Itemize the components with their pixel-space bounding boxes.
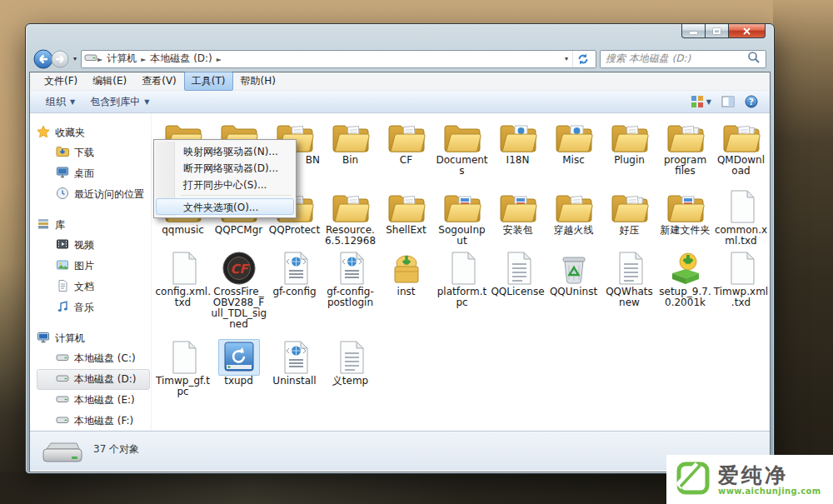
sidebar-group-2[interactable]: 计算机 (37, 329, 151, 348)
sidebar-item[interactable]: 最近访问的位置 (37, 184, 150, 205)
sidebar-group-1[interactable]: 库 (37, 216, 151, 235)
file-item[interactable]: inst (378, 250, 434, 297)
file-item[interactable]: gf-config- postlogin (322, 250, 378, 308)
sidebar-item[interactable]: 音乐 (37, 297, 150, 318)
sidebar-group-label: 收藏夹 (55, 126, 85, 140)
sidebar-group-0[interactable]: 收藏夹 (37, 123, 151, 142)
watermark-title: 爱纯净 (718, 464, 821, 487)
recent-pages-chevron-icon[interactable]: ▾ (72, 55, 77, 62)
file-item[interactable]: program files (657, 118, 713, 177)
sidebar-item[interactable]: 本地磁盘 (D:) (37, 369, 150, 390)
minimize-button[interactable] (681, 24, 706, 38)
help-button[interactable]: ? (745, 95, 758, 108)
file-label: Bin (342, 155, 358, 166)
downloads-icon (56, 145, 69, 161)
sidebar-item[interactable]: 本地磁盘 (C:) (37, 348, 150, 369)
menu-F[interactable]: 文件(F) (37, 72, 85, 91)
include-label: 包含到库中 (90, 95, 140, 109)
file-label: Uninstall (272, 376, 316, 387)
menu-V[interactable]: 查看(V) (134, 72, 184, 91)
file-item[interactable]: Document s (434, 118, 490, 177)
file-item[interactable]: QQUninst (546, 250, 601, 297)
file-label: QQWhats new (606, 287, 653, 308)
sidebar-item-label: 下载 (74, 146, 94, 160)
title-bar[interactable] (26, 24, 774, 46)
file-item[interactable]: 新建文件夹 (657, 188, 713, 236)
file-item[interactable]: platform.t pc (434, 250, 490, 308)
refresh-button[interactable] (572, 51, 593, 67)
page-lines-icon (497, 250, 539, 287)
breadcrumb: ►计算机►本地磁盘 (D:)► (97, 52, 222, 66)
file-item[interactable]: CF (378, 118, 434, 166)
file-item[interactable]: QQWhats new (601, 250, 657, 308)
sidebar-item[interactable]: 图片 (37, 256, 150, 277)
breadcrumb-segment[interactable]: 计算机 (102, 52, 141, 64)
tools-menu-item[interactable]: 文件夹选项(O)... (156, 198, 294, 215)
folder-sheets-icon (721, 118, 762, 155)
sidebar-item[interactable]: 本地磁盘 (F:) (37, 411, 150, 432)
preview-pane-button[interactable] (721, 95, 735, 108)
menu-H[interactable]: 帮助(H) (233, 72, 283, 91)
change-view-icon (691, 95, 704, 108)
search-placeholder: 搜索 本地磁盘 (D:) (606, 52, 747, 66)
page-blank-icon (721, 250, 762, 287)
forward-button[interactable] (51, 50, 69, 68)
sidebar-item-label: 本地磁盘 (E:) (74, 393, 135, 407)
file-item[interactable]: Resource. 6.5.12968 (322, 188, 378, 247)
sidebar-item[interactable]: 视频 (37, 235, 150, 256)
tools-menu-item[interactable]: 断开网络驱动器(D)... (156, 159, 294, 176)
tools-menu-item[interactable]: 打开同步中心(S)... (156, 176, 294, 192)
folder-color-icon (665, 188, 706, 225)
search-input[interactable]: 搜索 本地磁盘 (D:) (600, 50, 766, 68)
file-label: Document s (436, 155, 487, 177)
organize-button[interactable]: 组织 ▼ (38, 92, 82, 112)
hard-drive-icon (38, 436, 87, 469)
file-item[interactable]: setup_9.7. 0.2001k (657, 250, 713, 308)
file-item[interactable]: Bin (322, 118, 378, 166)
file-item[interactable]: QMDownl oad (713, 118, 769, 177)
file-item[interactable]: QQLicense (490, 250, 546, 297)
file-item[interactable]: CFCrossFire_ OBV288_F ull_TDL_sig ned (211, 250, 267, 330)
address-bar[interactable]: ►计算机►本地磁盘 (D:)► ▾ (81, 50, 596, 68)
file-item[interactable]: I18N (490, 118, 546, 166)
watermark-url: www.aichunjing.com (718, 487, 821, 496)
sidebar-item[interactable]: 文档 (37, 277, 150, 297)
file-item[interactable]: gf-config (267, 250, 322, 297)
file-item[interactable]: 好压 (601, 188, 657, 236)
file-item[interactable]: config.xml. txd (155, 250, 211, 308)
crossfire-badge-icon: CF (218, 250, 260, 287)
file-item[interactable]: 穿越火线 (546, 188, 601, 236)
close-button[interactable] (728, 24, 766, 38)
file-item[interactable]: SogouInp ut (434, 188, 490, 247)
file-label: gf-config (272, 287, 316, 297)
address-history-chevron-icon[interactable]: ▾ (561, 55, 572, 62)
tools-menu-item[interactable]: 映射网络驱动器(N)... (156, 142, 294, 159)
file-item[interactable]: common.x ml.txd (713, 188, 769, 247)
file-item[interactable]: 义temp (322, 339, 378, 387)
breadcrumb-segment[interactable]: 本地磁盘 (D:) (146, 52, 216, 64)
sidebar-item[interactable]: 桌面 (37, 163, 150, 184)
maximize-button[interactable] (705, 24, 729, 38)
file-item[interactable]: 安装包 (490, 188, 546, 236)
menu-E[interactable]: 编辑(E) (85, 72, 134, 91)
menu-T[interactable]: 工具(T) (184, 72, 233, 91)
file-item[interactable]: Timwp_gf.t pc (155, 339, 211, 397)
file-item[interactable]: Timwp.xml .txd (713, 250, 769, 308)
include-in-library-button[interactable]: 包含到库中 ▼ (82, 92, 157, 112)
file-label: platform.t pc (437, 287, 487, 308)
page-blank-icon (441, 250, 483, 287)
file-item[interactable]: ShellExt (378, 188, 434, 236)
desktop-background: ▾ ►计算机►本地磁盘 (D:)► ▾ 搜索 本地磁盘 (D:) 文件(F)编辑… (0, 0, 833, 504)
sidebar-item[interactable]: 本地磁盘 (E:) (37, 390, 150, 411)
file-label: Timwp_gf.t pc (156, 376, 210, 397)
updater-icon (218, 339, 260, 376)
sidebar-item[interactable]: 下载 (37, 142, 150, 163)
folder-sheet-icon (386, 188, 427, 225)
file-item[interactable]: txupd (211, 339, 267, 387)
change-view-button[interactable]: ▼ (691, 95, 711, 108)
page-globe-icon (330, 250, 372, 287)
file-item[interactable]: Misc (546, 118, 601, 166)
file-item[interactable]: Plugin (601, 118, 657, 166)
svg-text:?: ? (749, 97, 754, 107)
file-item[interactable]: Uninstall (267, 339, 322, 387)
